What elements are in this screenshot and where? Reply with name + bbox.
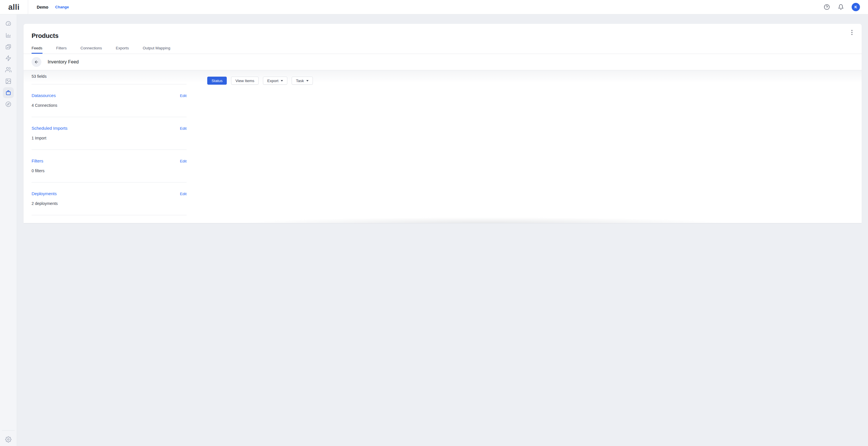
bar-chart-icon xyxy=(5,32,11,38)
section-link-datasources[interactable]: Datasources xyxy=(32,93,56,98)
view-items-button[interactable]: View Items xyxy=(231,76,259,85)
image-icon xyxy=(5,78,11,84)
section-link-scheduled-imports[interactable]: Scheduled Imports xyxy=(32,126,67,131)
back-button[interactable] xyxy=(32,57,41,67)
section-head: FiltersEdit xyxy=(32,158,187,163)
sidebar xyxy=(0,14,17,223)
sidebar-item-dashboard[interactable] xyxy=(3,19,14,29)
status-button[interactable]: Status xyxy=(207,76,227,85)
sidebar-item-discover[interactable] xyxy=(3,99,14,109)
tab-output-mapping[interactable]: Output Mapping xyxy=(143,46,170,54)
tab-bar: FeedsFiltersConnectionsExportsOutput Map… xyxy=(24,46,434,54)
compass-icon xyxy=(5,101,11,107)
feed-actions: Status View Items Export Task xyxy=(207,76,313,85)
section-link-deployments[interactable]: Deployments xyxy=(32,191,57,196)
edit-link-deployments[interactable]: Edit xyxy=(180,192,187,196)
page-title: Products xyxy=(32,32,59,40)
users-icon xyxy=(5,67,11,73)
status-button-label: Status xyxy=(212,78,222,83)
workspace-name: Demo xyxy=(37,5,48,9)
fields-summary: 53 fields xyxy=(32,70,187,84)
section-deployments: DeploymentsEdit2 deployments xyxy=(32,183,187,215)
sidebar-item-tasks[interactable] xyxy=(3,41,14,52)
section-count-deployments: 2 deployments xyxy=(32,201,187,206)
export-dropdown-button[interactable]: Export xyxy=(263,76,287,85)
task-button-label: Task xyxy=(296,78,304,83)
tab-feeds[interactable]: Feeds xyxy=(32,46,42,54)
feed-header: Inventory Feed xyxy=(24,54,434,70)
caret-down-icon xyxy=(306,80,309,82)
products-card: Products FeedsFiltersConnectionsExportsO… xyxy=(24,24,434,223)
task-dropdown-button[interactable]: Task xyxy=(291,76,313,85)
sidebar-item-reports[interactable] xyxy=(3,30,14,41)
tab-connections[interactable]: Connections xyxy=(81,46,102,54)
section-datasources: DatasourcesEdit4 Connections xyxy=(32,84,187,117)
section-head: DeploymentsEdit xyxy=(32,191,187,196)
view-items-button-label: View Items xyxy=(236,78,254,83)
bottom-scroll-shadow xyxy=(241,217,434,223)
tab-filters[interactable]: Filters xyxy=(56,46,67,54)
app-logo[interactable]: alli xyxy=(0,0,28,14)
export-button-label: Export xyxy=(267,78,278,83)
section-head: DatasourcesEdit xyxy=(32,93,187,98)
section-count-filters: 0 filters xyxy=(32,168,187,173)
clipboard-check-icon xyxy=(5,44,11,50)
lightning-icon xyxy=(5,55,11,61)
section-filters: FiltersEdit0 filters xyxy=(32,150,187,183)
feed-title: Inventory Feed xyxy=(48,59,79,65)
sidebar-item-products[interactable] xyxy=(3,87,14,98)
section-count-datasources: 4 Connections xyxy=(32,103,187,107)
feed-summary-column: 53 fields DatasourcesEdit4 ConnectionsSc… xyxy=(32,70,187,215)
sidebar-item-audiences[interactable] xyxy=(3,64,14,75)
gauge-icon xyxy=(5,21,11,27)
arrow-left-icon xyxy=(34,60,39,64)
sidebar-item-automations[interactable] xyxy=(3,53,14,64)
sidebar-item-creative[interactable] xyxy=(3,76,14,87)
main-area: Products FeedsFiltersConnectionsExportsO… xyxy=(17,14,434,223)
card-header: Products xyxy=(32,24,434,40)
section-head: Scheduled ImportsEdit xyxy=(32,126,187,131)
section-count-scheduled-imports: 1 Import xyxy=(32,136,187,140)
topbar: alli Demo Change K xyxy=(0,0,434,14)
caret-down-icon xyxy=(281,80,283,82)
edit-link-scheduled-imports[interactable]: Edit xyxy=(180,126,187,131)
tab-exports[interactable]: Exports xyxy=(116,46,129,54)
shopping-bag-icon xyxy=(5,90,11,96)
feed-content: 53 fields DatasourcesEdit4 ConnectionsSc… xyxy=(32,70,434,215)
section-scheduled-imports: Scheduled ImportsEdit1 Import xyxy=(32,117,187,150)
edit-link-datasources[interactable]: Edit xyxy=(180,94,187,98)
edit-link-filters[interactable]: Edit xyxy=(180,159,187,163)
section-link-filters[interactable]: Filters xyxy=(32,158,43,163)
change-workspace-link[interactable]: Change xyxy=(55,5,69,9)
